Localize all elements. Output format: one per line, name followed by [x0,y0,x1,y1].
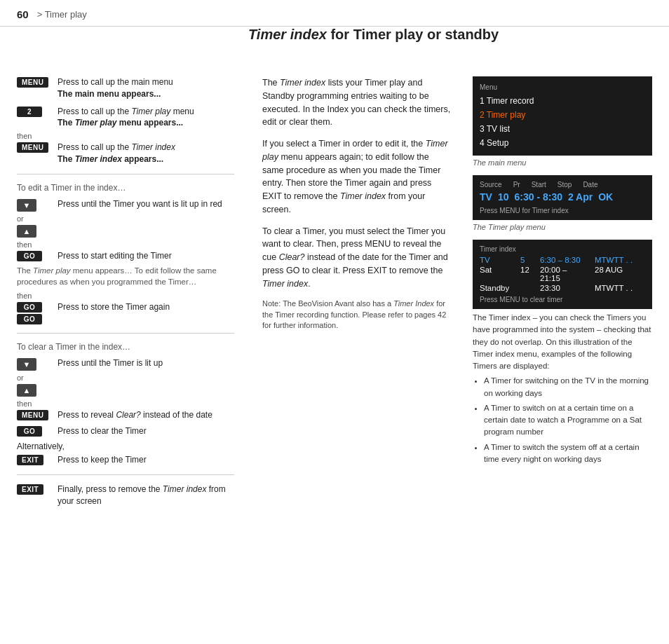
ti-row2-col3: 20:00 – 21:15 [540,266,589,282]
heading-area: Timer index for Timer play or standby [0,27,669,54]
divider-2 [17,333,234,334]
right-desc-list: A Timer for switching on the TV in the m… [484,375,652,465]
instr-text-arrow-down-2: Press until the Timer is lit up [58,357,234,369]
then-4: then [17,399,234,408]
result-main-menu: The main menu appears... [58,89,161,99]
divider-3 [17,474,234,475]
timer-index-row-1: TV 5 6:30 – 8:30 MTWTT . . [480,255,645,265]
right-column: Menu 1 Timer record 2 Timer play 3 TV li… [466,76,652,510]
timer-index-screen: Timer index TV 5 6:30 – 8:30 MTWTT . . S… [473,240,652,309]
or-2: or [17,374,234,382]
section-heading: Timer index for Timer play or standby [248,27,652,54]
instr-text-go-edit: Press to start editing the Timer [58,250,234,262]
instr-go-store: GO GO Press to store the Timer again [17,301,234,324]
right-desc-item-1: A Timer for switching on the TV in the m… [484,375,652,399]
go-button-clear[interactable]: GO [17,426,42,437]
ti-row1-col1: TV [480,256,515,264]
instr-arrow-up-1: ▲ [17,224,234,238]
down-arrow-button-2[interactable]: ▼ [17,358,36,371]
key-2: 2 [17,107,52,117]
go-button-store-2[interactable]: GO [17,314,42,324]
sub-instr-edit: The Timer play menu appears… To edit fol… [17,265,234,287]
instr-text-menu-clear: Press to reveal Clear? instead of the da… [58,409,234,421]
instr-arrow-down-2: ▼ Press until the Timer is lit up [17,357,234,371]
key-exit-remove: EXIT [17,484,52,495]
col-pr: Pr [513,181,520,189]
instr-exit-remove: EXIT Finally, press to remove the Timer … [17,484,234,507]
instr-text-menu-main: Press to call up the main menu The main … [58,76,234,100]
col-start: Start [532,181,546,189]
timer-play-header: Source Pr Start Stop Date [480,181,645,189]
mid-para-1: The Timer index lists your Timer play an… [262,76,452,129]
key-arrow-down-1: ▼ [17,199,52,212]
instr-text-exit-remove: Finally, press to remove the Timer index… [58,484,234,507]
section-edit-label: To edit a Timer in the index… [17,183,234,193]
instr-text-menu-index: Press to call up the Timer index The Tim… [58,142,234,165]
col-stop: Stop [558,181,572,189]
exit-button-remove[interactable]: EXIT [17,484,43,495]
key-go-store: GO GO [17,302,52,324]
instr-go-clear: GO Press to clear the Timer [17,425,234,437]
col-date: Date [583,181,597,189]
exit-button-keep[interactable]: EXIT [17,455,43,465]
key-menu-clear: MENU [17,410,52,420]
up-arrow-button-2[interactable]: ▲ [17,384,36,397]
key-arrow-down-2: ▼ [17,358,52,371]
key-exit-keep: EXIT [17,455,52,465]
instr-key-2: 2 Press to call up the Timer play menu T… [17,106,234,130]
right-desc-intro: The Timer index – you can check the Time… [473,312,652,372]
col-source: Source [480,181,502,189]
breadcrumb: > Timer play [37,9,87,20]
menu-button-2[interactable]: MENU [17,142,48,153]
or-1: or [17,214,234,223]
instr-text-go-clear: Press to clear the Timer [58,425,234,437]
tp-source: TV [480,191,492,203]
ti-row3-col3: 23:30 [540,284,589,292]
instr-go-edit: GO Press to start editing the Timer [17,250,234,262]
timer-index-row-3: Standby 23:30 MTWTT . . [480,283,645,293]
menu-item-4: 4 Setup [480,136,645,150]
tp-date: 2 Apr [568,191,593,203]
then-2: then [17,240,234,249]
instr-exit-keep: EXIT Press to keep the Timer [17,454,234,466]
instr-text-go-store: Press to store the Timer again [58,301,234,313]
go-button-store-1[interactable]: GO [17,302,42,313]
mid-para-2: If you select a Timer in order to edit i… [262,137,452,217]
page-header: 60 > Timer play [0,0,669,27]
result-timer-play: The Timer play menu appears... [58,118,183,128]
key-menu-2: MENU [17,142,52,153]
main-menu-caption: The main menu [473,158,652,167]
right-desc-item-2: A Timer to switch on at a certain time o… [484,402,652,439]
then-3: then [17,292,234,300]
tp-time: 6:30 - 8:30 [514,191,562,203]
main-content: MENU Press to call up the main menu The … [0,60,669,521]
menu-button-1[interactable]: MENU [17,77,48,88]
note-text: Note: The BeoVision Avant also has a Tim… [262,299,452,331]
go-button-edit[interactable]: GO [17,251,42,261]
instr-text-arrow-down-1: Press until the Timer you want is lit up… [58,198,234,210]
heading-italic: Timer index [248,27,327,42]
right-description: The Timer index – you can check the Time… [473,312,652,465]
key-arrow-up-1: ▲ [17,225,52,238]
left-column: MENU Press to call up the main menu The … [17,76,248,510]
tp-pr: 10 [498,191,509,203]
menu-item-3: 3 TV list [480,122,645,136]
ti-row2-col1: Sat [480,266,515,282]
key-go-edit: GO [17,251,52,261]
right-desc-item-3: A Timer to switch the system off at a ce… [484,441,652,466]
ti-row2-col2: 12 [520,266,534,282]
result-timer-index: The Timer index appears... [58,154,163,164]
instr-arrow-down-1: ▼ Press until the Timer you want is lit … [17,198,234,212]
instr-menu-main: MENU Press to call up the main menu The … [17,76,234,100]
timer-index-row-2: Sat 12 20:00 – 21:15 28 AUG [480,265,645,283]
down-arrow-button-1[interactable]: ▼ [17,199,36,212]
ti-row1-col3: 6:30 – 8:30 [540,256,589,264]
menu-button-clear[interactable]: MENU [17,410,48,420]
ti-row3-col1: Standby [480,284,515,292]
button-2[interactable]: 2 [17,107,42,117]
divider-1 [17,174,234,174]
ti-row1-col2: 5 [520,256,534,264]
timer-index-note: Press MENU to clear timer [480,296,645,303]
ti-row1-col4: MTWTT . . [595,256,645,264]
up-arrow-button-1[interactable]: ▲ [17,225,36,238]
